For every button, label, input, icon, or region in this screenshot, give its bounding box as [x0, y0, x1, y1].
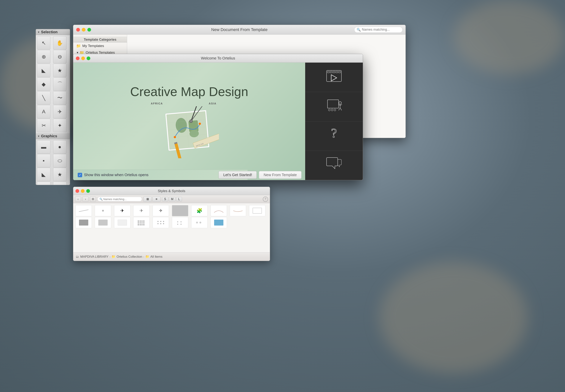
zoom-out-tool[interactable]: ⊖: [53, 50, 67, 63]
asia-label: ASIA: [209, 102, 216, 105]
hand-tool[interactable]: ✋: [53, 36, 67, 50]
style-item-white-rect[interactable]: [114, 217, 130, 228]
template-min-btn[interactable]: [82, 28, 85, 32]
styles-help-btn[interactable]: ?: [263, 196, 268, 202]
style-item-gray-sq[interactable]: [172, 205, 188, 216]
modal-controls: [76, 56, 90, 60]
scissors-tool[interactable]: ✂: [37, 119, 50, 132]
svg-point-69: [177, 224, 178, 225]
style-item-dots-dense[interactable]: [133, 217, 150, 228]
svg-point-38: [339, 102, 341, 104]
video-btn[interactable]: [305, 63, 363, 92]
svg-rect-30: [327, 71, 329, 73]
get-started-btn[interactable]: Let's Get Started!: [219, 171, 257, 179]
fly-tool[interactable]: ✈: [53, 105, 67, 118]
style-item-outline-rect[interactable]: [249, 205, 265, 216]
ellipse-tool[interactable]: ⬭: [53, 154, 67, 168]
svg-rect-34: [339, 71, 340, 73]
arc-tool[interactable]: ⌒: [53, 77, 67, 91]
styles-forward-btn[interactable]: ›: [83, 196, 88, 202]
style-item-puzzle[interactable]: 🧩: [191, 205, 208, 216]
grid-view-btn[interactable]: ⊞: [143, 196, 152, 202]
graphics-section-header[interactable]: ▼ Graphics: [36, 133, 70, 139]
poly-tool[interactable]: ◣: [37, 168, 50, 181]
zoom-in-tool[interactable]: ⊕: [37, 50, 50, 63]
svg-point-51: [141, 221, 142, 222]
sidebar-item-my-templates[interactable]: 📁 My Templates: [73, 42, 127, 49]
template-search-bar[interactable]: 🔍: [354, 27, 403, 33]
welcome-logo: ORTELIUS: [159, 106, 219, 158]
svg-rect-36: [327, 100, 339, 108]
africa-label: AFRICA: [151, 102, 163, 105]
star2-tool[interactable]: ★: [53, 168, 67, 181]
styles-max-btn[interactable]: [86, 189, 90, 193]
new-from-template-btn[interactable]: New From Template: [259, 171, 301, 179]
svg-line-42: [339, 108, 340, 110]
svg-point-63: [163, 221, 164, 222]
styles-search-input[interactable]: [103, 197, 140, 201]
curve-tool[interactable]: ⌒: [53, 182, 67, 185]
style-item-plane2[interactable]: ✈: [133, 205, 150, 216]
tutorial-btn[interactable]: [305, 92, 363, 121]
selection-section-header[interactable]: ▼ Selection: [36, 29, 70, 35]
style-item-curve2[interactable]: [230, 205, 246, 216]
arrow-tool[interactable]: ↖: [37, 36, 50, 50]
square-tool[interactable]: ▪: [37, 154, 50, 168]
modal-action-row: Let's Get Started! New From Template: [73, 170, 305, 180]
wave-tool[interactable]: 〜: [53, 91, 67, 105]
rect-tool[interactable]: ▬: [37, 140, 50, 154]
modal-min-btn[interactable]: [81, 56, 85, 60]
disclosure-ortelius: ▼: [76, 51, 79, 54]
styles-search-bar[interactable]: 🔍: [97, 197, 142, 201]
node-tool[interactable]: ◣: [37, 64, 50, 77]
styles-panel: Styles & Symbols ‹ › ⚙ 🔍 ⊞ ≡ S M L ? ✈ ✈…: [73, 187, 270, 261]
modal-body: Creative Map Design: [73, 63, 363, 180]
selection-tools: ↖ ✋ ⊕ ⊖ ◣ ★ ◆ ⌒ ╲ 〜 A ✈ ✂ ✦: [36, 35, 70, 133]
svg-point-55: [141, 222, 142, 224]
size-s-btn[interactable]: S: [162, 197, 168, 201]
community-btn[interactable]: [305, 151, 363, 180]
style-item-plane3[interactable]: ✈: [153, 205, 169, 216]
style-item-blue-rect[interactable]: [211, 217, 227, 228]
svg-point-50: [140, 221, 141, 222]
style-item-med-gray-rect[interactable]: [95, 217, 111, 228]
help-btn[interactable]: ?: [305, 122, 363, 151]
modal-close-btn[interactable]: [76, 56, 80, 60]
footer-breadcrumb: MAPDIVA LIBRARY › 📁 Ortelius Collection …: [80, 255, 162, 259]
text-tool[interactable]: A: [37, 105, 50, 118]
size-l-btn[interactable]: L: [176, 197, 182, 201]
styles-controls: [75, 189, 90, 193]
styles-min-btn[interactable]: [81, 189, 85, 193]
style-item-dots-sparse[interactable]: [172, 217, 188, 228]
footer-sep-2: ›: [143, 255, 144, 258]
line-tool[interactable]: ╲: [37, 91, 50, 105]
path-tool[interactable]: ◆: [37, 182, 50, 185]
transform-tool[interactable]: ✦: [53, 119, 67, 132]
svg-point-64: [157, 223, 158, 224]
footer-folder-icon-2: 📁: [145, 255, 149, 259]
style-item-curve1[interactable]: [211, 205, 227, 216]
svg-line-27: [174, 143, 177, 143]
styles-back-btn[interactable]: ‹: [75, 196, 81, 202]
star-tool[interactable]: ★: [53, 64, 67, 77]
svg-point-65: [160, 223, 161, 224]
diamond-tool[interactable]: ◆: [37, 77, 50, 91]
style-item-dots-large[interactable]: [191, 217, 208, 228]
modal-max-btn[interactable]: [87, 56, 90, 60]
style-item-line1[interactable]: [75, 205, 92, 216]
style-item-dot1[interactable]: [95, 205, 111, 216]
circle-tool[interactable]: ●: [53, 140, 67, 154]
template-max-btn[interactable]: [87, 28, 91, 32]
styles-action-btn[interactable]: ⚙: [90, 196, 96, 202]
size-m-btn[interactable]: M: [169, 197, 175, 201]
footer-library-label: MAPDIVA LIBRARY: [80, 255, 108, 259]
template-close-btn[interactable]: [76, 28, 80, 32]
style-item-dots-med[interactable]: [153, 217, 169, 228]
footer-folder-icon-1: 📁: [112, 255, 115, 259]
styles-close-btn[interactable]: [75, 189, 79, 193]
svg-point-71: [196, 222, 198, 224]
template-search-input[interactable]: [362, 28, 399, 32]
list-view-btn[interactable]: ≡: [152, 196, 161, 202]
style-item-gray-rect[interactable]: [75, 217, 92, 228]
style-item-plane1[interactable]: ✈: [114, 205, 130, 216]
